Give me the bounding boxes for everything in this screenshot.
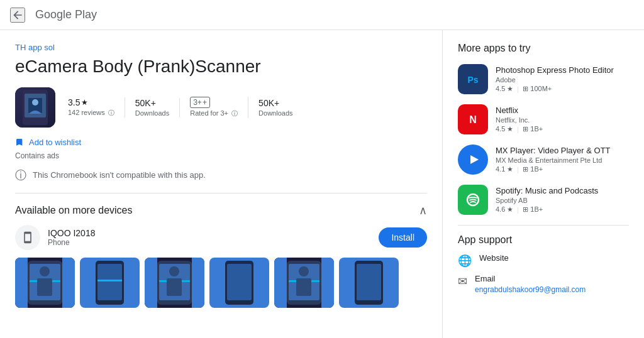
svg-rect-15 xyxy=(97,280,122,281)
age-rating-stat: 3++ Rated for 3+ ⓘ xyxy=(180,97,248,118)
website-icon: 🌐 xyxy=(458,254,472,268)
app-info-row: 3.5 ★ 142 reviews ⓘ 50K+ Downloads xyxy=(15,87,427,128)
netflix-name: Netflix xyxy=(496,106,629,116)
wishlist-label: Add to wishlist xyxy=(29,138,81,147)
support-email[interactable]: ✉ Email engrabdulshakoor99@gmail.com xyxy=(458,274,629,294)
svg-rect-21 xyxy=(167,278,182,296)
svg-rect-11 xyxy=(62,258,75,308)
chevron-up-icon[interactable]: ∧ xyxy=(419,204,427,217)
svg-point-31 xyxy=(299,266,309,276)
photoshop-name: Photoshop Express Photo Editor xyxy=(496,65,629,76)
devices-header: Available on more devices ∧ xyxy=(15,204,427,217)
screenshot-1 xyxy=(15,258,75,308)
device-info: IQOO I2018 Phone xyxy=(15,225,95,250)
downloads2-value: 50K+ xyxy=(258,98,279,108)
app-header: Google Play xyxy=(0,0,644,30)
svg-rect-10 xyxy=(15,258,28,308)
reviews-label: 142 reviews xyxy=(68,109,105,116)
website-label: Website xyxy=(479,253,509,264)
left-content: TH app sol eCamera Body (Prank)Scanner xyxy=(0,30,443,338)
svg-rect-26 xyxy=(227,264,252,300)
email-value[interactable]: engrabdulshakoor99@gmail.com xyxy=(475,285,586,294)
screenshot-3 xyxy=(145,258,204,308)
compat-icon: ⓘ xyxy=(15,168,26,183)
svg-rect-33 xyxy=(274,258,287,308)
svg-rect-9 xyxy=(37,278,52,296)
age-badge-value: 3+ xyxy=(193,98,202,107)
app-card-netflix[interactable]: N Netflix Netflix, Inc. 4.5 ★ | ⊞ 1B+ xyxy=(458,104,629,134)
install-button[interactable]: Install xyxy=(379,227,427,248)
device-name: IQOO I2018 xyxy=(48,228,95,238)
screenshot-4 xyxy=(209,258,269,308)
spotify-name: Spotify: Music and Podcasts xyxy=(496,186,629,197)
downloads2-stat: 50K+ Downloads xyxy=(248,98,303,117)
photoshop-stats: 4.5 ★ | ⊞ 100M+ xyxy=(496,85,629,93)
right-sidebar: More apps to try Ps Photoshop Express Ph… xyxy=(443,30,644,338)
devices-section: Available on more devices ∧ IQOO I2018 P… xyxy=(15,193,427,308)
svg-point-8 xyxy=(40,266,50,276)
mxplayer-downloads: ⊞ 1B+ xyxy=(523,165,543,173)
phone-icon xyxy=(15,225,40,250)
star-icon: ★ xyxy=(81,98,88,107)
devices-title: Available on more devices xyxy=(15,205,132,216)
photoshop-downloads: ⊞ 100M+ xyxy=(523,85,552,93)
more-apps-title: More apps to try xyxy=(458,43,629,54)
netflix-stats: 4.5 ★ | ⊞ 1B+ xyxy=(496,125,629,133)
mxplayer-stats: 4.1 ★ | ⊞ 1B+ xyxy=(496,165,629,173)
screenshot-2 xyxy=(80,258,140,308)
svg-rect-14 xyxy=(97,264,122,300)
svg-text:Ps: Ps xyxy=(467,75,478,85)
svg-text:N: N xyxy=(469,114,477,125)
app-card-photoshop[interactable]: Ps Photoshop Express Photo Editor Adobe … xyxy=(458,64,629,94)
svg-point-3 xyxy=(32,99,38,106)
svg-rect-32 xyxy=(296,278,311,296)
svg-point-20 xyxy=(169,266,179,276)
spotify-downloads: ⊞ 1B+ xyxy=(523,205,543,214)
spotify-rating: 4.6 ★ xyxy=(496,205,513,214)
photoshop-icon: Ps xyxy=(458,64,488,94)
svg-rect-22 xyxy=(145,258,157,308)
app-title: eCamera Body (Prank)Scanner xyxy=(15,56,427,77)
support-website[interactable]: 🌐 Website xyxy=(458,253,629,268)
rating-stat: 3.5 ★ 142 reviews ⓘ xyxy=(68,97,125,117)
netflix-info: Netflix Netflix, Inc. 4.5 ★ | ⊞ 1B+ xyxy=(496,106,629,134)
compat-text: This Chromebook isn't compatible with th… xyxy=(33,170,206,180)
google-play-logo: Google Play xyxy=(35,8,97,21)
compat-warning: ⓘ This Chromebook isn't compatible with … xyxy=(15,168,427,183)
age-info-icon: ⓘ xyxy=(231,110,238,117)
back-button[interactable] xyxy=(10,8,25,23)
support-title: App support xyxy=(458,234,629,246)
screenshot-6 xyxy=(339,258,399,308)
screenshots-row xyxy=(15,258,427,308)
mxplayer-rating: 4.1 ★ xyxy=(496,165,513,173)
age-badge: 3++ xyxy=(190,97,210,108)
netflix-icon: N xyxy=(458,104,488,134)
rating-value: 3.5 xyxy=(68,97,80,107)
downloads-label: Downloads xyxy=(135,109,169,117)
info-icon: ⓘ xyxy=(108,109,114,116)
email-icon: ✉ xyxy=(458,275,467,288)
mxplayer-dev: MX Media & Entertainment Pte Ltd xyxy=(496,156,629,164)
svg-rect-34 xyxy=(321,258,334,308)
app-icon xyxy=(15,87,55,128)
app-card-mxplayer[interactable]: MX Player: Video Player & OTT MX Media &… xyxy=(458,144,629,175)
support-section: App support 🌐 Website ✉ Email engrabduls… xyxy=(458,225,629,294)
mxplayer-icon xyxy=(458,144,488,175)
spotify-stats: 4.6 ★ | ⊞ 1B+ xyxy=(496,205,629,214)
downloads-value: 50K+ xyxy=(135,98,156,108)
screenshot-5 xyxy=(274,258,334,308)
wishlist-button[interactable]: Add to wishlist xyxy=(15,138,81,148)
mxplayer-name: MX Player: Video Player & OTT xyxy=(496,146,629,156)
stats-row: 3.5 ★ 142 reviews ⓘ 50K+ Downloads xyxy=(68,97,427,118)
photoshop-dev: Adobe xyxy=(496,76,629,84)
email-label: Email xyxy=(475,274,586,285)
app-card-spotify[interactable]: Spotify: Music and Podcasts Spotify AB 4… xyxy=(458,185,629,215)
downloads-stat: 50K+ Downloads xyxy=(125,98,180,117)
netflix-downloads: ⊞ 1B+ xyxy=(523,125,543,133)
device-type: Phone xyxy=(48,238,95,247)
device-row: IQOO I2018 Phone Install xyxy=(15,225,427,250)
photoshop-rating: 4.5 ★ xyxy=(496,85,513,93)
app-developer[interactable]: TH app sol xyxy=(15,43,427,52)
svg-rect-23 xyxy=(192,258,204,308)
age-rated-text: Rated for 3+ xyxy=(190,109,228,117)
